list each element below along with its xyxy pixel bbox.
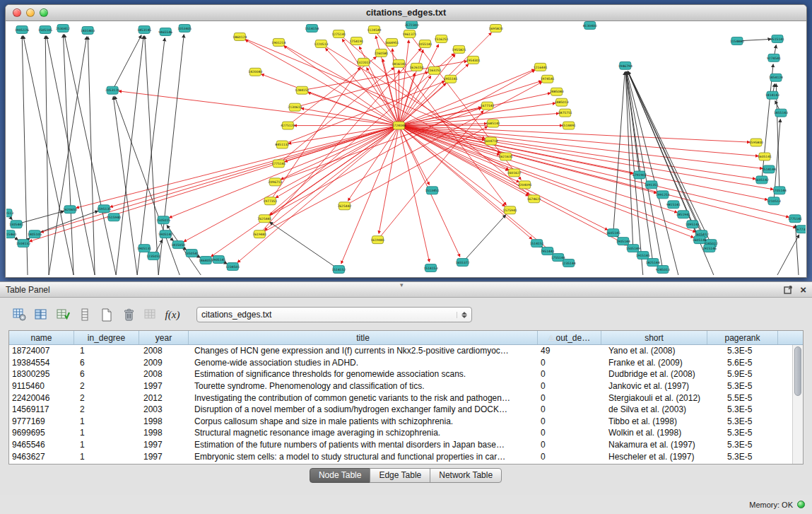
network-graph[interactable]: 1724046190512615051052530412143140314531… bbox=[6, 21, 806, 276]
graph-node[interactable]: 1754191 bbox=[349, 37, 363, 45]
graph-node[interactable]: 1284151 bbox=[295, 86, 309, 94]
table-row[interactable]: 977716911998Corpus callosum shape and si… bbox=[9, 416, 792, 428]
create-column-icon[interactable] bbox=[55, 307, 71, 322]
table-row[interactable]: 2242004622012Investigating the contribut… bbox=[9, 392, 792, 404]
graph-node[interactable]: 1515940 bbox=[107, 214, 121, 221]
graph-node[interactable]: 1516251 bbox=[435, 35, 449, 42]
graph-node[interactable]: 1685141 bbox=[486, 119, 500, 127]
graph-node[interactable]: 1677312 bbox=[795, 226, 806, 233]
graph-node[interactable]: 1514151 bbox=[530, 240, 544, 247]
graph-node[interactable]: 9465546 bbox=[158, 28, 172, 35]
graph-node[interactable]: 1415050 bbox=[171, 241, 185, 249]
graph-node[interactable]: 1816141 bbox=[392, 59, 406, 67]
graph-node[interactable]: 1915145 bbox=[636, 252, 650, 259]
graph-node[interactable]: 1414143 bbox=[765, 91, 779, 99]
tab-node-table[interactable]: Node Table bbox=[310, 468, 371, 483]
graph-node[interactable]: 5905131 bbox=[137, 245, 151, 252]
graph-node[interactable]: 1860124 bbox=[233, 33, 247, 40]
graph-node[interactable]: 1405105 bbox=[28, 230, 42, 238]
graph-node[interactable]: 1605141 bbox=[758, 153, 772, 160]
graph-node[interactable]: 1505149 bbox=[626, 245, 640, 252]
graph-node[interactable]: 1455143 bbox=[774, 109, 788, 117]
graph-node[interactable]: 1514491 bbox=[562, 122, 576, 129]
graph-node[interactable]: 1974541 bbox=[541, 75, 555, 83]
graph-node[interactable]: 2096713 bbox=[268, 178, 282, 186]
column-header-title[interactable]: title bbox=[189, 331, 538, 344]
table-mode-icon[interactable] bbox=[11, 307, 27, 322]
graph-node[interactable]: 2485083 bbox=[550, 88, 564, 95]
graph-node[interactable]: 1505105 bbox=[38, 25, 52, 33]
close-panel-icon[interactable]: × bbox=[800, 285, 806, 295]
graph-node[interactable]: 9115460 bbox=[6, 230, 16, 238]
graph-node[interactable]: 1124549 bbox=[367, 25, 381, 33]
graph-node[interactable]: 1485013 bbox=[555, 98, 569, 106]
graph-node[interactable]: 1216441 bbox=[534, 63, 548, 71]
graph-node[interactable]: 1310513 bbox=[6, 209, 13, 217]
graph-node[interactable]: 1954301 bbox=[466, 56, 481, 64]
column-header-name[interactable]: name bbox=[9, 331, 74, 344]
graph-node[interactable]: 5905140 bbox=[158, 230, 172, 238]
graph-node[interactable]: 1664951 bbox=[384, 38, 399, 46]
graph-node[interactable]: 1775141 bbox=[788, 215, 802, 223]
table-row[interactable]: 946554611997Estimation of the future num… bbox=[9, 439, 792, 451]
graph-node[interactable]: 1505015 bbox=[156, 216, 170, 224]
graph-node[interactable]: 1905126 bbox=[15, 25, 29, 33]
graph-node[interactable]: 2530412 bbox=[56, 24, 70, 32]
graph-node[interactable]: 1691351 bbox=[645, 181, 659, 189]
graph-node[interactable]: 1604714 bbox=[484, 137, 498, 145]
zoom-window-button[interactable] bbox=[40, 8, 48, 17]
graph-node[interactable]: 1851941 bbox=[676, 211, 690, 218]
graph-node[interactable]: 1235144 bbox=[562, 259, 576, 267]
column-header-in_degree[interactable]: in_degree bbox=[74, 331, 139, 344]
row-tools-icon[interactable] bbox=[77, 307, 93, 322]
graph-node[interactable]: 1655372 bbox=[456, 259, 470, 267]
graph-node[interactable]: 1513451 bbox=[425, 187, 440, 194]
delete-table-icon[interactable] bbox=[121, 307, 136, 322]
graph-node[interactable]: 1504132 bbox=[16, 240, 30, 247]
graph-node[interactable]: 1825144 bbox=[646, 259, 660, 267]
graph-node[interactable]: 4275120 bbox=[281, 122, 295, 129]
column-header-short[interactable]: short bbox=[601, 331, 707, 344]
graph-node[interactable]: 1605142 bbox=[755, 176, 769, 184]
graph-node[interactable]: 2130613 bbox=[288, 103, 302, 111]
table-row[interactable]: 1872400712008Changes of HCN gene express… bbox=[9, 345, 792, 357]
table-row[interactable]: 1456911722003Disruption of a novel membe… bbox=[9, 404, 792, 416]
graph-node[interactable]: 1454124 bbox=[769, 74, 783, 81]
network-canvas[interactable]: 1724046190512615051052530412143140314531… bbox=[6, 21, 806, 276]
graph-node[interactable]: 1350541 bbox=[184, 250, 199, 257]
graph-node[interactable]: 1601627 bbox=[507, 169, 522, 177]
graph-node[interactable]: 7951441 bbox=[541, 247, 555, 255]
column-header-pagerank[interactable]: pagerank bbox=[707, 331, 778, 344]
graph-node[interactable]: 1453145 bbox=[137, 25, 151, 33]
graph-node[interactable]: 1905145 bbox=[211, 256, 225, 264]
graph-node[interactable]: 1977351 bbox=[263, 197, 277, 205]
graph-node[interactable]: 1234501 bbox=[225, 263, 240, 271]
table-row[interactable]: 1938455462009Genome-wide association stu… bbox=[9, 357, 792, 369]
graph-node[interactable]: 1677141 bbox=[481, 102, 495, 110]
graph-node[interactable]: 1961371 bbox=[402, 30, 416, 37]
graph-node[interactable]: 1955821 bbox=[452, 45, 466, 53]
panel-splitter-handle[interactable]: ▾ bbox=[400, 281, 404, 288]
graph-node[interactable]: 1695820 bbox=[489, 24, 503, 32]
graph-node[interactable]: 1210513 bbox=[767, 197, 781, 205]
float-panel-icon[interactable] bbox=[784, 285, 793, 294]
graph-node[interactable]: 1955141 bbox=[444, 75, 458, 83]
graph-node[interactable]: 1595135 bbox=[97, 205, 111, 213]
table-row[interactable]: 946362711997Embryonic stem cells: a mode… bbox=[9, 450, 792, 462]
function-builder-icon[interactable]: f(x) bbox=[165, 307, 180, 322]
column-header-year[interactable]: year bbox=[139, 331, 189, 344]
tab-edge-table[interactable]: Edge Table bbox=[370, 468, 430, 483]
table-row[interactable]: 969969511998Structural magnetic resonanc… bbox=[9, 427, 792, 439]
graph-node[interactable]: 1595800 bbox=[749, 139, 763, 146]
column-visibility-icon[interactable] bbox=[33, 307, 49, 322]
graph-node[interactable]: 1775141 bbox=[271, 160, 286, 168]
graph-node[interactable]: 1305441 bbox=[9, 221, 23, 228]
graph-node[interactable]: 1605146 bbox=[693, 236, 707, 244]
graph-node[interactable]: 7625441 bbox=[257, 215, 271, 223]
table-row[interactable]: 911546021997Tourette syndrome. Phenomeno… bbox=[9, 380, 792, 392]
graph-node[interactable]: 1875751 bbox=[558, 109, 572, 117]
tab-network-table[interactable]: Network Table bbox=[430, 468, 502, 483]
graph-node[interactable]: 1626150 bbox=[410, 63, 424, 71]
close-window-button[interactable] bbox=[13, 8, 21, 17]
graph-node[interactable]: 2204091 bbox=[518, 181, 532, 189]
